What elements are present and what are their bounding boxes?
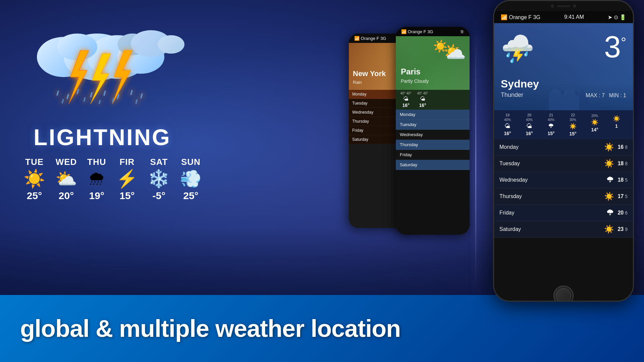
sydney-day-wed: Wednesday	[499, 177, 603, 183]
ny-condition: Rain	[353, 80, 362, 85]
svg-rect-7	[103, 90, 106, 96]
hour-3: 21 40% 🌩 15°	[541, 113, 561, 136]
day-sun-icon: 💨	[180, 170, 202, 187]
sydney-max: MAX :	[586, 93, 602, 98]
hour-5: 20% ☀️ 14°	[585, 113, 605, 136]
sydney-hi-thu: 17	[618, 193, 624, 199]
svg-rect-11	[61, 99, 64, 104]
paris-hour-1-icon: 🌤	[403, 96, 409, 102]
day-sun: SUN 💨 25°	[180, 157, 202, 201]
paris-hour-1-temp: 16°	[402, 103, 409, 108]
svg-marker-0	[69, 50, 89, 104]
day-thu-label: THU	[87, 157, 106, 167]
svg-marker-1	[91, 54, 111, 104]
day-fir-temp: 15°	[119, 190, 135, 201]
bottom-bar: global & multiple weather location	[0, 295, 644, 362]
paris-day-wed: Wednesday	[400, 132, 466, 137]
paris-time: 9:	[461, 29, 464, 34]
phones-container: 📶 Orange F 3G 9: 🌧 New York Rain Monday …	[342, 0, 644, 295]
sydney-hi-fri: 20	[618, 210, 624, 216]
phone-paris[interactable]: 📶 Orange F 3G 9: ⛅ ☀️ Paris Partly Cloud…	[396, 27, 470, 235]
list-item[interactable]: Thursday	[396, 140, 470, 150]
paris-day-thu: Thursday	[400, 142, 466, 147]
list-item[interactable]: Tuesday ☀️ 18 8	[494, 156, 633, 172]
list-item[interactable]: Wednesday	[396, 130, 470, 140]
sydney-lo-mon: 8	[625, 144, 628, 150]
hour-3-num: 21	[549, 113, 553, 117]
day-tue-icon: ☀️	[23, 170, 45, 187]
svg-rect-5	[76, 89, 79, 94]
list-item[interactable]: Saturday	[396, 160, 470, 170]
hour-4-temp: 15°	[569, 131, 576, 136]
day-sat: SAT ❄️ -5°	[148, 157, 170, 201]
paris-status-bar: 📶 Orange F 3G 9:	[396, 27, 470, 36]
day-wed-label: WED	[56, 157, 77, 167]
list-item[interactable]: Friday	[396, 150, 470, 160]
day-wed-temp: 20°	[59, 190, 74, 201]
left-section: LIGHTNING TUE ☀️ 25° WED ⛅ 20° THU 🌨 19°…	[17, 17, 235, 201]
home-button-inner	[556, 288, 571, 302]
sydney-icon-mon: ☀️	[604, 142, 614, 152]
sydney-city-name: Sydney	[501, 78, 539, 90]
hour-5-temp: 14°	[591, 127, 598, 132]
day-tue: TUE ☀️ 25°	[23, 157, 45, 201]
hour-6-temp: 1	[615, 123, 618, 129]
sydney-condition: Thunder	[501, 92, 523, 99]
svg-marker-2	[112, 50, 132, 104]
camera-dot-2	[573, 4, 576, 8]
day-thu-icon: 🌨	[88, 170, 105, 187]
hour-3-pct: 40%	[548, 118, 554, 122]
list-item[interactable]: Friday 🌩 20 6	[494, 205, 633, 221]
paris-condition: Partly Cloudy	[401, 78, 429, 84]
day-wed: WED ⛅ 20°	[55, 157, 77, 201]
ny-city-name: New York	[353, 69, 386, 78]
hour-3-icon: 🌩	[548, 123, 554, 130]
hour-5-icon: ☀️	[591, 119, 598, 126]
sydney-weather-icon: ⛈️	[501, 33, 534, 65]
sydney-carrier: 📶 Orange F 3G	[501, 14, 540, 20]
svg-rect-6	[90, 92, 93, 98]
paris-hour-2-pct: 40° 40°	[417, 92, 428, 95]
svg-rect-3	[56, 90, 59, 96]
hour-4-num: 22	[571, 113, 575, 117]
sydney-icon-fri: 🌩	[606, 208, 614, 218]
svg-rect-15	[135, 99, 138, 104]
hour-1-temp: 16°	[504, 131, 511, 136]
day-wed-icon: ⛅	[55, 170, 77, 187]
day-thu-temp: 19°	[89, 190, 104, 201]
sydney-lo-wed: 5	[625, 177, 628, 183]
day-sun-label: SUN	[181, 157, 201, 167]
paris-hour-2-temp: 16°	[419, 103, 426, 108]
svg-rect-9	[130, 90, 133, 95]
sydney-icon-thu: ☀️	[604, 192, 614, 201]
bolt-svg	[50, 50, 151, 104]
paris-hour-1: 40° 40° 🌤 16°	[397, 92, 414, 108]
sydney-hi-wed: 18	[618, 177, 624, 183]
paris-day-sat: Saturday	[400, 162, 466, 167]
day-thu: THU 🌨 19°	[87, 157, 106, 201]
list-item[interactable]: Tuesday	[396, 120, 470, 130]
sydney-lo-thu: 5	[625, 194, 628, 199]
day-fir-label: FIR	[119, 157, 135, 167]
list-item[interactable]: Thursday ☀️ 17 5	[494, 188, 633, 205]
sydney-hero: ⛈️ 3° Sydney Thunder MAX : 7 MIN : 1	[494, 23, 633, 110]
hour-1: 19 40% 🌤 16°	[497, 113, 518, 136]
sydney-time: 9:41 AM	[564, 14, 584, 20]
speaker	[557, 5, 570, 7]
list-item[interactable]: Monday	[396, 110, 470, 120]
sydney-day-sat: Saturday	[499, 226, 601, 232]
list-item[interactable]: Monday ☀️ 16 8	[494, 139, 633, 156]
ny-carrier: 📶 Orange F 3G	[354, 36, 386, 41]
list-item[interactable]: Saturday ☀️ 23 9	[494, 221, 633, 238]
home-button[interactable]	[553, 286, 574, 302]
phone-sydney[interactable]: 📶 Orange F 3G 9:41 AM ➤ ⊙ 🔋 ⛈️ 3° Sydney	[493, 0, 634, 302]
hour-5-pct: 20%	[591, 114, 598, 118]
list-item[interactable]: Wednesday 🌩 18 5	[494, 172, 633, 188]
hour-1-icon: 🌤	[504, 123, 511, 130]
hour-4-pct: 30%	[570, 118, 576, 122]
day-sun-temp: 25°	[183, 190, 198, 201]
paris-hour-2-icon: 🌤	[420, 96, 425, 102]
sydney-hi-sat: 23	[618, 226, 624, 232]
hour-4-icon: ☀️	[569, 123, 577, 130]
hourly-strip: 19 40% 🌤 16° 20 40% 🌤 16° 21 40% 🌩 15°	[494, 110, 633, 139]
